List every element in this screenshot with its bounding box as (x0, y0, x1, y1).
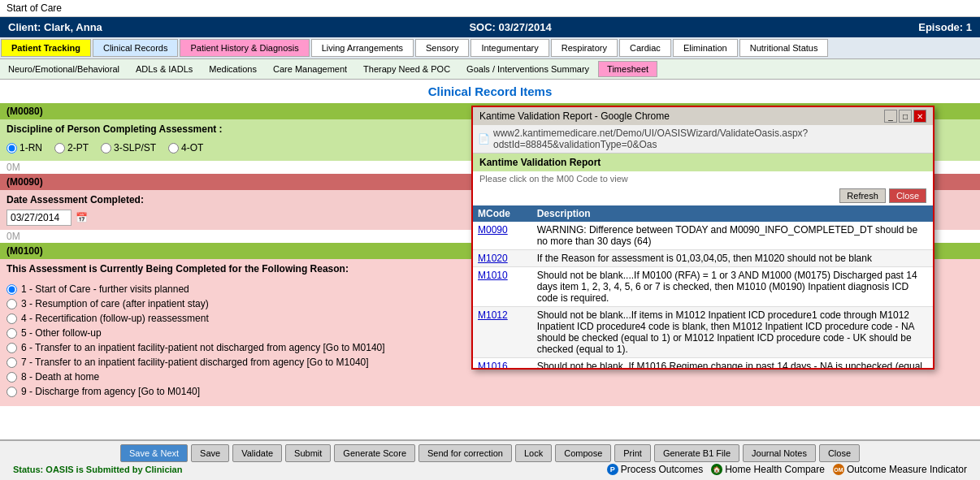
footer-icons: P Process Outcomes 🏠 Home Health Compare… (607, 464, 967, 475)
mcode-link-4[interactable]: M1016 (478, 361, 508, 368)
popup-url-bar: 📄 www2.kantimemedicare.net/Demo/UI/OASIS… (473, 125, 933, 154)
maximize-btn[interactable]: □ (899, 110, 912, 123)
footer-btn-lock[interactable]: Lock (515, 444, 552, 462)
outcome-measure-label: Outcome Measure Indicator (847, 464, 967, 475)
popup-subheader: Please click on the M00 Code to view (473, 171, 933, 186)
footer-btn-send-for-correction[interactable]: Send for correction (418, 444, 512, 462)
house-icon: 🏠 (711, 464, 722, 475)
table-row: M1012Should not be blank...If items in M… (473, 307, 933, 358)
mcode-link-2[interactable]: M1010 (478, 270, 508, 281)
nav-tab2-care-management[interactable]: Care Management (265, 62, 355, 76)
footer-status: Status: OASIS is Submitted by Clinician … (7, 462, 973, 477)
nav-tab-sensory[interactable]: Sensory (415, 39, 469, 57)
footer-btn-journal-notes[interactable]: Journal Notes (743, 444, 816, 462)
title-bar-text: Start of Care (7, 2, 62, 14)
popup-url: www2.kantimemedicare.net/Demo/UI/OASISWi… (493, 128, 928, 150)
radio-3slp[interactable]: 3-SLP/ST (101, 142, 156, 154)
client-name: Client: Clark, Anna (8, 21, 102, 33)
col-mcode: MCode (473, 205, 532, 222)
client-header: Client: Clark, Anna SOC: 03/27/2014 Epis… (0, 17, 980, 37)
process-outcomes-icon: P Process Outcomes (607, 464, 703, 475)
table-row: M1010Should not be blank....If M0100 (RF… (473, 267, 933, 307)
footer-buttons: Save & NextSaveValidateSubmitGenerate Sc… (7, 444, 973, 462)
footer-btn-generate-b1-file[interactable]: Generate B1 File (654, 444, 739, 462)
nav-tabs-row2: Neuro/Emotional/BehavioralADLs & IADLsMe… (0, 59, 980, 80)
nav-tab-elimination[interactable]: Elimination (673, 39, 738, 57)
nav-tab-living-arrangements[interactable]: Living Arrangements (311, 39, 414, 57)
title-bar: Start of Care (0, 0, 980, 17)
validation-popup: Kantime Validation Report - Google Chrom… (471, 106, 934, 370)
radio-4ot[interactable]: 4-OT (168, 142, 203, 154)
nav-tab2-adls---iadls[interactable]: ADLs & IADLs (128, 62, 201, 76)
footer-btn-save[interactable]: Save (191, 444, 229, 462)
p-icon: P (607, 464, 618, 475)
footer-btn-generate-score[interactable]: Generate Score (334, 444, 415, 462)
radio-2pt[interactable]: 2-PT (54, 142, 89, 154)
footer-btn-compose[interactable]: Compose (555, 444, 611, 462)
minimize-btn[interactable]: _ (884, 110, 897, 123)
footer-btn-close[interactable]: Close (819, 444, 860, 462)
reason-radio-0[interactable] (7, 284, 17, 295)
radio-1rn[interactable]: 1-RN (7, 142, 42, 154)
reason-radio-3[interactable] (7, 328, 17, 339)
episode: Episode: 1 (918, 21, 972, 33)
mcode-link-3[interactable]: M1012 (478, 309, 508, 321)
footer-btn-validate[interactable]: Validate (232, 444, 282, 462)
process-outcomes-label: Process Outcomes (621, 464, 703, 475)
calendar-icon[interactable]: 📅 (76, 212, 88, 223)
page-title: Clinical Record Items (0, 80, 980, 103)
popup-titlebar: Kantime Validation Report - Google Chrom… (473, 107, 933, 125)
nav-tabs-row1: Patient TrackingClinical RecordsPatient … (0, 37, 980, 59)
status-text: Status: OASIS is Submitted by Clinician (13, 465, 182, 474)
nav-tab-clinical-records[interactable]: Clinical Records (93, 39, 178, 57)
om-icon: OM (833, 464, 844, 475)
nav-tab-respiratory[interactable]: Respiratory (551, 39, 618, 57)
reason-radio-5[interactable] (7, 357, 17, 368)
table-row: M0090WARNING: Difference between TODAY a… (473, 222, 933, 250)
nav-tab-nutritional-status[interactable]: Nutritional Status (739, 39, 829, 57)
nav-tab2-neuro-emotional-behavioral[interactable]: Neuro/Emotional/Behavioral (0, 62, 128, 76)
home-health-label: Home Health Compare (725, 464, 825, 475)
popup-table-container: MCode Description M0090WARNING: Differen… (473, 205, 933, 368)
nav-tab-cardiac[interactable]: Cardiac (619, 39, 671, 57)
popup-refresh-area: Refresh Close (473, 186, 933, 205)
mcode-link-1[interactable]: M1020 (478, 253, 508, 264)
home-health-icon: 🏠 Home Health Compare (711, 464, 825, 475)
nav-tab-integumentary[interactable]: Integumentary (470, 39, 549, 57)
nav-tab2-medications[interactable]: Medications (201, 62, 265, 76)
table-row: M1020If the Reason for assessment is 01,… (473, 250, 933, 267)
footer-btn-save---next[interactable]: Save & Next (120, 444, 188, 462)
page-icon: 📄 (478, 133, 490, 145)
popup-close-btn[interactable]: ✕ (913, 110, 926, 123)
popup-close-btn2[interactable]: Close (889, 188, 926, 203)
popup-titlebar-btns: _ □ ✕ (884, 110, 926, 123)
table-row: M1016Should not be blank. If M1016 Regim… (473, 358, 933, 369)
outcome-measure-icon: OM Outcome Measure Indicator (833, 464, 967, 475)
reason-item-6: 8 - Death at home (7, 370, 973, 384)
nav-tab2-goals---interventions-summary[interactable]: Goals / Interventions Summary (458, 62, 597, 76)
soc-date: SOC: 03/27/2014 (469, 21, 551, 33)
nav-tab2-therapy-need---poc[interactable]: Therapy Need & POC (355, 62, 458, 76)
footer: Save & NextSaveValidateSubmitGenerate Sc… (0, 439, 980, 480)
footer-btn-print[interactable]: Print (614, 444, 651, 462)
reason-item-7: 9 - Discharge from agency [Go to M0140] (7, 384, 973, 399)
reason-radio-4[interactable] (7, 343, 17, 353)
footer-btn-submit[interactable]: Submit (285, 444, 331, 462)
reason-radio-7[interactable] (7, 387, 17, 397)
reason-radio-6[interactable] (7, 372, 17, 383)
popup-title: Kantime Validation Report - Google Chrom… (479, 110, 670, 122)
reason-radio-1[interactable] (7, 299, 17, 309)
popup-header: Kantime Validation Report (473, 154, 933, 171)
nav-tab-patient-tracking[interactable]: Patient Tracking (1, 39, 91, 57)
refresh-btn[interactable]: Refresh (839, 188, 886, 203)
col-description: Description (532, 205, 933, 222)
nav-tab2-timesheet[interactable]: Timesheet (598, 61, 657, 77)
date-input[interactable] (7, 210, 72, 226)
validation-table: MCode Description M0090WARNING: Differen… (473, 205, 933, 368)
reason-radio-2[interactable] (7, 314, 17, 324)
mcode-link-0[interactable]: M0090 (478, 224, 508, 236)
nav-tab-patient-history---diagnosis[interactable]: Patient History & Diagnosis (180, 39, 309, 57)
